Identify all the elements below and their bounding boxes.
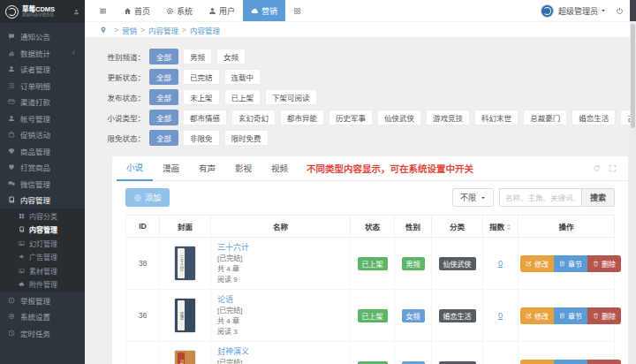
sidebar-subitem-attachments[interactable]: 附件管理 xyxy=(0,277,85,292)
sidebar-item-reward-goods[interactable]: 打赏商品 xyxy=(0,159,85,176)
sidebar: 草莓CDMS 原创内容分销系统 通知公告 数据统计 读者管理 订单明细 渠道打款… xyxy=(0,0,85,364)
edit-button[interactable]: 修改 xyxy=(520,255,554,272)
sidebar-item-wechat[interactable]: 微信管理 xyxy=(0,176,85,193)
breadcrumb-content[interactable]: 内容管理 xyxy=(148,25,178,35)
tab-novel[interactable]: 小说 xyxy=(117,156,153,181)
scrollbar-thumb[interactable] xyxy=(631,24,635,128)
filter-option[interactable]: 全部 xyxy=(149,69,178,85)
plus-icon xyxy=(134,194,141,201)
search-scope-dropdown[interactable]: 不限 xyxy=(452,188,494,207)
delete-button[interactable]: 删除 xyxy=(587,360,621,364)
filter-option[interactable]: 下架可阅读 xyxy=(265,89,317,105)
sidebar-subitem-content-category[interactable]: 内容分类 xyxy=(0,209,85,224)
gender-badge: 女频 xyxy=(402,309,425,322)
app-logo: 草莓CDMS 原创内容分销系统 xyxy=(0,0,85,23)
sidebar-item-accounts[interactable]: 帐号管理 xyxy=(0,110,85,127)
filter-option[interactable]: 历史军事 xyxy=(329,110,373,125)
search-bar: 不限 搜索 xyxy=(452,188,615,207)
filter-option[interactable]: 男频 xyxy=(183,49,212,64)
filter-option[interactable]: 婚恋生活 xyxy=(572,110,616,125)
nav-users[interactable]: 用户 xyxy=(201,0,243,21)
tab-audio[interactable]: 有声 xyxy=(189,157,225,180)
content-table: ID 封面 名称 状态 性别 分类 指数 操作 38 xyxy=(125,215,615,364)
sidebar-subitem-slides[interactable]: 幻灯管理 xyxy=(0,237,85,251)
col-id: ID xyxy=(126,216,160,238)
delete-button[interactable]: 删除 xyxy=(587,255,621,272)
chapters-button[interactable]: 章节 xyxy=(554,307,587,324)
edit-button[interactable]: 修改 xyxy=(520,307,554,324)
chapters-button[interactable]: 章节 xyxy=(554,255,587,272)
tab-video[interactable]: 视频 xyxy=(261,157,298,180)
nav-system[interactable]: 系统 xyxy=(158,0,201,21)
filter-option[interactable]: 全部 xyxy=(149,130,178,146)
book-cover: 论语 xyxy=(175,299,195,332)
breadcrumb-content-manage[interactable]: 内容管理 xyxy=(190,25,220,35)
apps-grid-icon[interactable] xyxy=(285,0,309,21)
sidebar-item-goods[interactable]: 商品管理 xyxy=(0,143,85,160)
edit-button[interactable]: 修改 xyxy=(520,360,554,364)
tab-comic[interactable]: 漫画 xyxy=(153,157,189,180)
book-title-link[interactable]: 论语 xyxy=(217,293,233,305)
book-title-link[interactable]: 封神演义 xyxy=(217,345,249,357)
sidebar-user-icon[interactable] xyxy=(73,9,80,15)
sidebar-item-readers[interactable]: 读者管理 xyxy=(0,61,85,78)
sidebar-subitem-ads[interactable]: 广告管理 xyxy=(0,250,85,264)
filter-option[interactable]: 全部 xyxy=(149,89,178,105)
sidebar-item-cron[interactable]: 定时任务 xyxy=(0,325,85,342)
sidebar-item-promotions[interactable]: 促销活动 xyxy=(0,126,85,143)
sidebar-item-reports[interactable]: 举报管理 xyxy=(0,292,85,309)
filter-update-status: 更新状态： 全部 已完结 连载中 xyxy=(99,69,636,85)
sidebar-item-settings[interactable]: 系统设置 xyxy=(0,308,85,325)
add-button[interactable]: 添加 xyxy=(125,188,170,207)
filter-option[interactable]: 全部 xyxy=(149,49,178,64)
filter-option[interactable]: 仙侠武侠 xyxy=(377,110,421,125)
fullscreen-icon[interactable] xyxy=(609,164,617,172)
content-panel: 小说 漫画 有声 影视 视频 不同类型内容显示，可在系统设置中开关 添加 xyxy=(112,156,628,364)
cloud-icon xyxy=(251,7,259,15)
nav-marketing[interactable]: 营销 xyxy=(243,0,285,21)
logout-power-icon[interactable] xyxy=(616,7,624,15)
nav-home[interactable]: 首页 xyxy=(116,0,158,21)
filter-option[interactable]: 已完结 xyxy=(183,69,220,85)
table-row: 37 封神演义 封神演义 [已完结]共 5 章阅读 7 已上架 女频 幻想时空 … xyxy=(126,342,615,364)
delete-button[interactable]: 删除 xyxy=(587,307,621,324)
search-input[interactable] xyxy=(499,188,581,207)
refresh-icon[interactable] xyxy=(593,164,601,172)
chevron-left-icon xyxy=(71,49,77,56)
tab-film[interactable]: 影视 xyxy=(225,157,261,180)
sidebar-subitem-content-manage[interactable]: 内容管理 xyxy=(0,223,85,237)
sidebar-item-content[interactable]: 内容管理 xyxy=(0,192,85,209)
filter-option[interactable]: 未上架 xyxy=(183,89,220,105)
filter-option[interactable]: 非限免 xyxy=(183,130,220,146)
filter-option[interactable]: 连载中 xyxy=(224,69,261,85)
sidebar-subitem-materials[interactable]: 素材管理 xyxy=(0,264,85,278)
filter-option[interactable]: 全部 xyxy=(149,110,178,125)
sidebar-item-notices[interactable]: 通知公告 xyxy=(0,28,85,45)
index-link[interactable]: 0 xyxy=(498,311,503,320)
filter-option[interactable]: 都市异能 xyxy=(280,110,324,125)
filter-option[interactable]: 总裁豪门 xyxy=(523,110,567,125)
breadcrumb-marketing[interactable]: 营销 xyxy=(122,25,137,35)
sort-icon[interactable] xyxy=(506,224,511,231)
book-title-link[interactable]: 三十六计 xyxy=(217,241,249,253)
content-type-tabs: 小说 漫画 有声 影视 视频 不同类型内容显示，可在系统设置中开关 xyxy=(112,156,628,181)
filter-option[interactable]: 都市情感 xyxy=(183,110,227,125)
index-link[interactable]: 0 xyxy=(498,259,503,268)
user-menu[interactable]: 超级管理员 xyxy=(558,5,606,17)
avatar[interactable] xyxy=(541,4,554,18)
sidebar-item-orders[interactable]: 订单明细 xyxy=(0,78,85,95)
sidebar-item-channel-payout[interactable]: 渠道打款 xyxy=(0,94,85,110)
edit-icon xyxy=(526,261,532,267)
filter-option[interactable]: 科幻末世 xyxy=(474,110,519,125)
sidebar-item-stats[interactable]: 数据统计 xyxy=(0,45,85,62)
filter-option[interactable]: 限时免费 xyxy=(224,130,269,146)
hamburger-menu-icon[interactable] xyxy=(90,0,116,21)
filter-option[interactable]: 游戏竞技 xyxy=(426,110,470,125)
filter-option[interactable]: 已上架 xyxy=(224,89,261,105)
table-row: 38 三十六计 三十六计 [已完结]共 4 章阅读 9 已上架 男频 仙侠武侠 … xyxy=(126,238,615,290)
chapters-button[interactable]: 章节 xyxy=(554,360,587,364)
table-toolbar: 添加 不限 搜索 xyxy=(112,181,628,213)
filter-option[interactable]: 玄幻奇幻 xyxy=(231,110,276,125)
filter-option[interactable]: 女频 xyxy=(216,49,246,64)
search-button[interactable]: 搜索 xyxy=(581,188,615,207)
